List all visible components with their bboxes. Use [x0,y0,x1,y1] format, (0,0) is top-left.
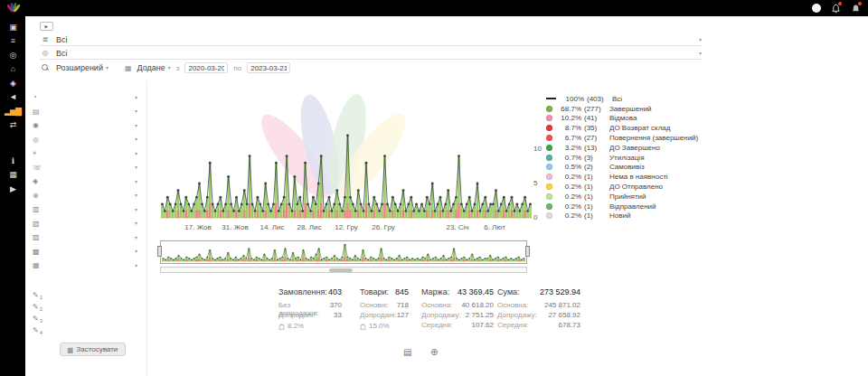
stat-subrow-label: Середня: [497,321,529,331]
scrollbar-thumb[interactable] [329,268,353,272]
tag-filter-dropdown[interactable]: ▥ [25,202,146,217]
y-axis-label: 5 [533,179,537,187]
phone-filter-dropdown[interactable]: ☏ [25,161,146,175]
search-mode-dropdown[interactable]: Розширений [56,63,108,72]
legend-item[interactable]: 6.7%(27)Повернення (завершений) [546,133,709,143]
chart-scrollbar[interactable] [160,267,527,273]
status-filter-dropdown[interactable]: ◎ Всі [40,47,702,60]
legend-count: (41) [584,114,609,122]
location-filter-dropdown[interactable]: ⌖ [25,146,146,161]
video-help-button[interactable]: ▶ [40,22,53,31]
search-and-date-row: Розширений ▦ Додане з по [40,61,702,75]
funnel-filter-dropdown[interactable]: ≣ Всі [40,33,702,46]
stat-subrow-value: 127 [397,311,409,321]
legend-label: Самовивіз [609,163,645,171]
x-axis-label: 26. Гру [372,223,395,231]
legend-item[interactable]: 100%(403)Всі [546,94,709,104]
marketing-icon: ◄ [9,92,16,101]
x-axis-label: 31. Жов [222,223,248,231]
legend-swatch [546,183,552,190]
sidebar-item-products[interactable]: ◈ [0,76,25,90]
legend-percent: 0.2% [556,173,581,181]
date-from-input[interactable] [184,62,228,73]
legend-percent: 10.2% [556,114,581,122]
updates-icon[interactable] [850,3,861,14]
legend-swatch [546,212,552,219]
legend-item[interactable]: 0.7%(3)Утилізація [546,153,709,163]
date-to-input[interactable] [247,62,290,73]
navigator-handle-left[interactable] [157,246,162,257]
custom-field-filter-3-dropdown[interactable]: ▦ [25,258,146,273]
source-filter-dropdown[interactable]: ⊕ [25,189,146,203]
sidebar-item-video[interactable]: ▶ [0,182,25,196]
legend-label: Прийнятий [609,193,646,201]
legend-item[interactable]: 8.7%(35)ДО Возврат склад [546,123,709,133]
stat-subrow-value: 40 618.20 [461,301,494,311]
warehouse-icon: ⌂ [11,64,14,73]
x-axis-label: 23. Січ [446,223,468,231]
navigator-handle-right[interactable] [525,246,530,257]
orders-chart[interactable] [161,87,532,222]
legend-swatch [546,98,556,99]
legend-item[interactable]: 0.2%(1)Відправлений [546,202,709,212]
sidebar-item-orders[interactable]: ≡ [0,34,25,49]
manager-filter-dropdown[interactable]: ◉ [25,118,146,133]
sidebar-item-clients[interactable]: ◎ [0,48,25,62]
navigator-chart [162,242,525,264]
apply-button[interactable]: ▆ Застосувати [60,343,126,356]
legend-item[interactable]: 0.2%(1)Новий [546,212,709,221]
chevron-down-icon [135,193,137,198]
sidebar-item-info[interactable]: ℹ [0,154,25,168]
legend-item[interactable]: 0.2%(1)ДО Отправлено [546,182,709,192]
legend-item[interactable]: 68.7%(277)Завершений [546,104,709,114]
sidebar-item-statistics[interactable]: ▂▅▇ [0,104,25,118]
legend-item[interactable]: 0.5%(2)Самовивіз [546,163,709,173]
funnel-filter-value: Всі [56,35,68,44]
stat-title-value: 273 529.94 [540,287,580,296]
product-filter-dropdown[interactable]: ◈ [25,174,146,189]
summary-stats: Замовлення:403Без допродажів:370Допродан… [0,287,868,338]
form-filter-dropdown[interactable]: ▤ [25,105,146,119]
app-logo-icon[interactable] [7,2,20,14]
search-mode-value: Розширений [56,63,103,72]
legend-swatch [546,155,552,161]
profile-icon[interactable] [812,4,821,13]
client-filter-icon: ◎ [33,136,44,144]
sidebar-item-marketing[interactable]: ◄ [0,90,25,105]
chart-area [158,85,538,228]
legend-count: (277) [584,105,609,113]
custom-field-filter-1-dropdown[interactable]: ▨ [25,230,146,245]
updates-badge [858,2,862,5]
chart-navigator[interactable] [160,240,527,264]
sidebar-item-apps[interactable]: ▦ [0,168,25,183]
custom-field-filter-2-dropdown[interactable]: ▩ [25,245,146,259]
sidebar-item-integrations[interactable]: ⇄ [0,118,25,133]
legend-label: Завершений [609,105,652,113]
globe-icon[interactable]: ⊕ [430,347,438,357]
table-view-icon[interactable]: ▤ [403,347,411,357]
legend-item[interactable]: 0.2%(1)Прийнятий [546,192,709,202]
notifications-icon[interactable] [830,3,841,14]
legend-item[interactable]: 10.2%(41)Відмова [546,114,709,124]
search-icon[interactable] [42,64,49,71]
manager-filter-icon: ◉ [33,121,44,129]
stat-column: Сума:273 529.94Основна:245 871.02Допрода… [497,287,580,331]
sidebar-item-warehouse[interactable]: ⌂ [0,62,25,77]
utm-filter-dropdown[interactable]: ▧ [25,217,146,231]
legend-swatch [546,106,552,112]
stat-subrow-label: Без допродажів: [278,301,330,311]
legend-label: Нема в наявності [609,173,668,181]
chevron-down-icon [135,221,137,226]
sidebar-item-dashboard[interactable]: ▣ [0,20,25,34]
date-field-dropdown[interactable]: Додане [137,63,171,72]
client-filter-dropdown[interactable]: ◎ [25,133,146,147]
legend-item[interactable]: 3.2%(13)ДО Завершено [546,143,709,153]
status-filter-dropdown[interactable]: ◔ [25,90,146,105]
legend-swatch [546,125,552,131]
stat-subrow-value: 370 [330,301,342,311]
status-filter-icon: ◔ [33,93,44,101]
chevron-down-icon [135,108,137,114]
legend-item[interactable]: 0.2%(1)Нема в наявності [546,172,709,182]
orders-icon: ≡ [11,36,14,45]
legend-count: (2) [584,163,609,171]
